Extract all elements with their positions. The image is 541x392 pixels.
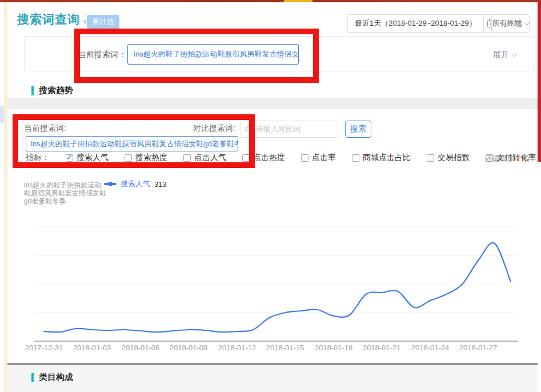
- browser-top-bar: [0, 0, 541, 2]
- add-more-hint: 还能添加1项: [485, 154, 530, 164]
- trend-line-chart[interactable]: [0, 217, 541, 354]
- legend-keyword-text: ins超火的鞋子街拍款运动 鞋原宿风男鞋复古情侣女鞋 gd老爹鞋冬季: [24, 181, 106, 205]
- x-axis-tick-label: 2018-01-21: [356, 343, 407, 352]
- metric-label: 点击热度: [253, 153, 285, 163]
- metric-label: 点击人气: [194, 153, 226, 163]
- checkbox-icon[interactable]: [125, 154, 132, 162]
- metric-search-popularity[interactable]: 搜索人气: [66, 153, 109, 163]
- metric-label: 交易指数: [438, 153, 470, 163]
- x-axis-tick-label: 2018-01-27: [452, 343, 504, 352]
- metric-label: 搜索人气: [77, 153, 109, 163]
- add-more-suffix: 项: [522, 154, 530, 163]
- chevron-down-icon: [524, 19, 530, 25]
- trend-current-term-label: 当前搜索词:: [24, 123, 66, 134]
- section-marker-bar: [31, 373, 34, 382]
- left-edge-blue-patch: [0, 106, 4, 123]
- category-section-title-text: 类目构成: [39, 372, 73, 383]
- metric-label: 点击率: [312, 153, 336, 163]
- checkbox-icon[interactable]: [242, 154, 250, 162]
- search-button[interactable]: 搜索: [345, 121, 371, 138]
- x-axis-tick-label: 2018-01-12: [211, 343, 263, 352]
- legend-series-name: 搜索人气: [121, 179, 150, 189]
- legend-series-value: 313: [154, 180, 167, 189]
- metric-label: 商城点击占比: [363, 153, 411, 163]
- terminal-select-label: 所有终端: [492, 18, 522, 29]
- metric-label: 搜索热度: [135, 153, 167, 163]
- search-term-query-page: 搜索词查询 累计值 最近1天（2018-01-29~2018-01-29） 15…: [0, 0, 541, 392]
- right-edge-red-strip: [538, 2, 541, 162]
- x-axis-tick-label: 2018-01-03: [66, 343, 118, 352]
- search-icon: [245, 126, 253, 133]
- legend-keyword-line: ins超火的鞋子街拍款运动: [24, 181, 106, 189]
- metric-click-rate[interactable]: 点击率: [301, 153, 336, 163]
- compare-input-placeholder: 请输入对比词: [256, 124, 300, 134]
- current-search-term-label: 当前搜索词：: [58, 50, 126, 60]
- trend-section-title: 搜索趋势: [31, 85, 73, 96]
- trend-search-term-input[interactable]: ins超火的鞋子街拍款运动鞋原宿风男鞋复古情侣女鞋gd老爹鞋冬季: [26, 136, 238, 151]
- metric-click-heat[interactable]: 点击热度: [242, 153, 285, 163]
- metric-transaction-index[interactable]: 交易指数: [427, 153, 470, 163]
- metric-mall-click-ratio[interactable]: 商城点击占比: [352, 153, 411, 163]
- current-search-term-panel: 当前搜索词： ins超火的鞋子街拍款运动鞋原宿风男鞋复古情侣女鞋gd老爹鞋冬季 …: [24, 36, 534, 71]
- checkbox-checked-icon[interactable]: [66, 154, 73, 162]
- page-title: 搜索词查询: [17, 11, 80, 27]
- add-more-count: 1: [515, 154, 522, 163]
- legend-item-search-popularity[interactable]: 搜索人气 313: [104, 179, 167, 189]
- date-range-picker[interactable]: 最近1天（2018-01-29~2018-01-29） 15: [347, 14, 500, 33]
- metric-search-heat[interactable]: 搜索热度: [125, 153, 167, 163]
- section-divider-band: [7, 98, 538, 109]
- x-axis-tick-label: 2018-01-24: [404, 343, 456, 352]
- checkbox-icon[interactable]: [301, 154, 308, 162]
- expand-button[interactable]: 展开: [493, 50, 516, 60]
- line-series-marker-icon: [104, 183, 117, 185]
- x-axis-tick-label: 2018-01-15: [259, 343, 311, 352]
- compare-term-input[interactable]: 请输入对比词: [240, 121, 338, 138]
- x-axis-tick-label: 2018-01-18: [308, 343, 359, 352]
- browser-top-bar-highlight: [284, 0, 312, 2]
- cumulative-value-badge: 累计值: [87, 15, 119, 29]
- checkbox-icon[interactable]: [352, 154, 359, 162]
- metrics-label: 指标：: [26, 153, 50, 163]
- x-axis-tick-label: 2017-12-31: [18, 343, 70, 352]
- chevron-down-icon: [512, 51, 518, 57]
- trend-section-title-text: 搜索趋势: [39, 85, 73, 96]
- terminal-select[interactable]: 所有终端: [491, 14, 530, 33]
- metrics-checkbox-row: 指标： 搜索人气 搜索热度 点击人气 点击热度 点击率 商城点击占比 交易指数: [26, 153, 536, 163]
- category-composition-section: 类目构成: [7, 365, 538, 392]
- category-section-title: 类目构成: [31, 372, 73, 383]
- checkbox-icon[interactable]: [427, 154, 434, 162]
- expand-label: 展开: [493, 50, 509, 60]
- x-axis-tick-label: 2018-01-06: [115, 343, 166, 352]
- section-marker-bar: [31, 86, 34, 95]
- x-axis-tick-label: 2018-01-09: [163, 343, 214, 352]
- metric-click-popularity[interactable]: 点击人气: [183, 153, 226, 163]
- legend-keyword-line: gd老爹鞋冬季: [24, 197, 106, 205]
- date-range-text: 最近1天（2018-01-29~2018-01-29）: [348, 18, 483, 29]
- compare-term-label: 对比搜索词:: [173, 123, 235, 134]
- chart-gridlines: [34, 227, 518, 313]
- checkbox-icon[interactable]: [183, 154, 191, 162]
- add-more-prefix: 还能添加: [485, 154, 515, 163]
- legend-keyword-line: 鞋原宿风男鞋复古情侣女鞋: [24, 189, 106, 197]
- search-term-input[interactable]: ins超火的鞋子街拍款运动鞋原宿风男鞋复古情侣女鞋gd老爹鞋冬季: [127, 44, 299, 65]
- search-popularity-line: [44, 243, 511, 332]
